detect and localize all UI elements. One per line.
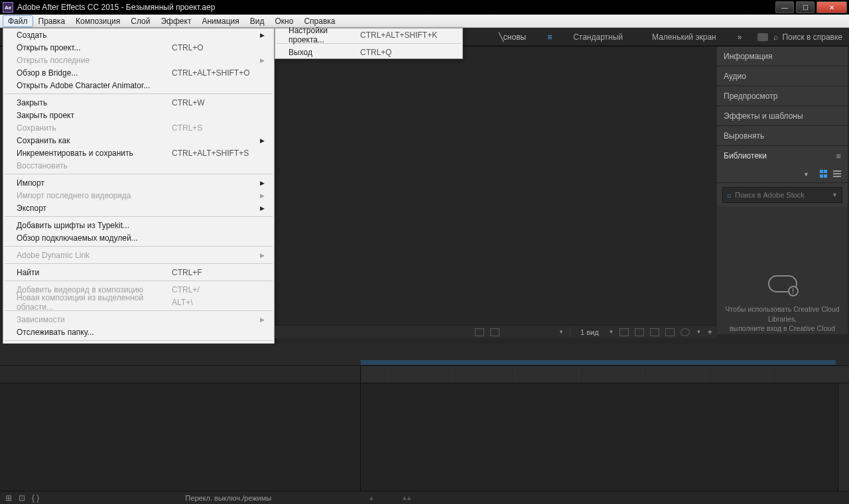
menu-item[interactable]: Экспорт▶ [3,202,274,214]
library-search-placeholder: Поиск в Adobe Stock [735,191,832,199]
workspace-tab-1[interactable]: ╲сновы [484,28,541,46]
status-toggle-label[interactable]: Перекл. выключ./режимы [185,494,271,502]
view-count[interactable]: 1 вид [576,328,603,336]
add-button[interactable]: + [707,327,712,337]
viewer-icon[interactable] [475,328,484,336]
menu-item: Восстановить [3,159,274,172]
menu-item[interactable]: Открыть Adobe Character Animator... [3,79,274,92]
menu-item[interactable]: Отслеживать папку... [3,326,274,338]
menu-item[interactable]: Обзор в Bridge...CTRL+ALT+SHIFT+O [3,66,274,79]
workspace-tab-3[interactable]: Маленький экран [637,28,731,46]
workspace-tab-1-menu[interactable]: ≡ [541,28,558,46]
menu-edit[interactable]: Правка [33,15,71,27]
viewer-icon[interactable] [620,328,629,336]
menu-item: Импорт последнего видеоряда▶ [3,189,274,202]
viewer-icon[interactable] [665,328,675,336]
menu-composition[interactable]: Композиция [70,15,125,27]
viewer-icon[interactable] [490,328,499,336]
panel-audio[interactable]: Аудио [717,66,848,86]
panel-info[interactable]: Информация [717,46,848,66]
workspace-switcher: ╲сновы ≡ Стандартный Маленький экран » ⌕… [484,28,842,46]
cc-toggle-icon[interactable] [757,33,768,41]
chevron-down-icon[interactable]: ▼ [558,329,564,335]
panel-libraries: Библиотеки ≡ ▼ ⌕ Поиск в Adobe Stock ▼ !… [717,146,848,334]
chevron-down-icon[interactable]: ▼ [696,329,701,335]
close-button[interactable]: ✕ [816,1,847,13]
chevron-down-icon[interactable]: ▼ [832,192,838,198]
chevron-down-icon[interactable]: ▼ [803,171,809,178]
viewer-icon[interactable] [681,328,690,336]
workspace-tab-2[interactable]: Стандартный [558,28,637,46]
grid-view-icon[interactable] [820,170,829,179]
library-body: ! Чтобы использовать Creative Cloud Libr… [717,207,848,334]
viewer-icon[interactable] [635,328,644,336]
zoom-handle-icon[interactable]: ▲▲ [401,494,411,501]
timeline-columns [0,366,849,383]
menu-item: Новая композиция из выделенной области..… [3,296,274,308]
menu-item[interactable]: Добавить шрифты из Typekit... [3,219,274,231]
menu-effect[interactable]: Эффект [155,15,196,27]
menu-item[interactable]: НайтиCTRL+F [3,266,274,279]
menu-item[interactable]: Создать▶ [3,29,274,41]
search-icon: ⌕ [773,32,778,42]
right-panel-stack: Информация Аудио Предпросмотр Эффекты и … [717,46,848,334]
menu-layer[interactable]: Слой [125,15,155,27]
menu-item[interactable]: Импорт▶ [3,176,274,189]
panel-preview[interactable]: Предпросмотр [717,86,848,106]
window-controls: — ☐ ✕ [775,1,849,13]
help-search-placeholder: Поиск в справке [782,32,842,42]
timeline-panel [0,344,849,491]
menu-item: Зависимости▶ [3,313,274,326]
zoom-handle-icon[interactable]: ▲ [368,494,375,501]
panel-menu-icon[interactable]: ≡ [836,151,841,161]
menu-item[interactable]: Открыть проект...CTRL+O [3,41,274,54]
panel-align[interactable]: Выровнять [717,126,848,146]
titlebar: Ae Adobe After Effects CC 2015 - Безымян… [0,0,849,15]
workspace-more[interactable]: » [731,28,749,46]
menu-item: Adobe Dynamic Link▶ [3,249,274,261]
list-view-icon[interactable] [833,170,842,179]
timeline-track-area[interactable] [361,383,849,491]
panel-libraries-title[interactable]: Библиотеки [724,151,767,160]
menu-item[interactable]: Настройки проекта...CTRL+ALT+SHIFT+K [275,29,462,41]
library-search[interactable]: ⌕ Поиск в Adobe Stock ▼ [722,187,842,203]
viewer-footer: ▼ 1 вид ▼ ▼ + [275,325,716,338]
viewer-icon[interactable] [650,328,659,336]
menu-item[interactable]: ВыходCTRL+Q [275,46,462,58]
menu-item[interactable]: Инкрементировать и сохранитьCTRL+ALT+SHI… [3,147,274,159]
menu-item[interactable]: Закрыть проект [3,109,274,121]
scrollbar-vertical[interactable] [838,383,849,491]
status-icon[interactable]: { } [32,493,39,503]
timeline-header [0,344,849,366]
app-icon: Ae [3,2,13,13]
cloud-warning-icon: ! [768,273,797,295]
menubar: Файл Правка Композиция Слой Эффект Анима… [0,15,849,28]
statusbar: ⊞ ⊡ { } Перекл. выключ./режимы ▲ ▲▲ [0,491,849,504]
menu-item: СохранитьCTRL+S [3,121,274,134]
menu-file[interactable]: Файл [3,15,33,27]
menu-animation[interactable]: Анимация [196,15,244,27]
chevron-down-icon[interactable]: ▼ [609,329,614,335]
file-menu-tail: Настройки проекта...CTRL+ALT+SHIFT+KВыхо… [275,28,463,59]
menu-item[interactable]: ЗакрытьCTRL+W [3,96,274,109]
status-icon[interactable]: ⊞ [5,493,12,503]
panel-effects[interactable]: Эффекты и шаблоны [717,106,848,126]
menu-item[interactable]: Обзор подключаемых модулей... [3,231,274,244]
help-search[interactable]: ⌕ Поиск в справке [757,32,842,42]
search-icon: ⌕ [727,191,732,199]
menu-item[interactable]: Сохранить как▶ [3,134,274,147]
status-icon[interactable]: ⊡ [19,493,25,503]
maximize-button[interactable]: ☐ [796,1,815,13]
window-title: Adobe After Effects CC 2015 - Безымянный… [17,3,215,12]
menu-item: Открыть последние▶ [3,54,274,66]
menu-view[interactable]: Вид [245,15,270,27]
cc-signin-message: Чтобы использовать Creative Cloud Librar… [725,304,839,333]
minimize-button[interactable]: — [775,1,794,13]
timeline-layer-list[interactable] [0,383,361,491]
